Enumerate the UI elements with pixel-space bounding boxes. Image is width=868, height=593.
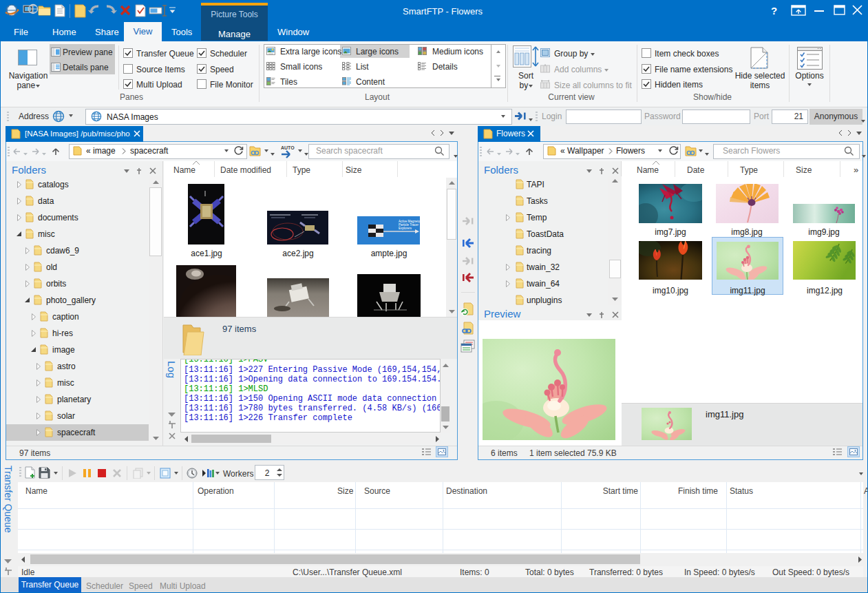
svg-text:?: ?: [771, 5, 777, 17]
svg-text:AUTO: AUTO: [281, 145, 295, 150]
svg-text:Explorers: Explorers: [399, 227, 412, 230]
